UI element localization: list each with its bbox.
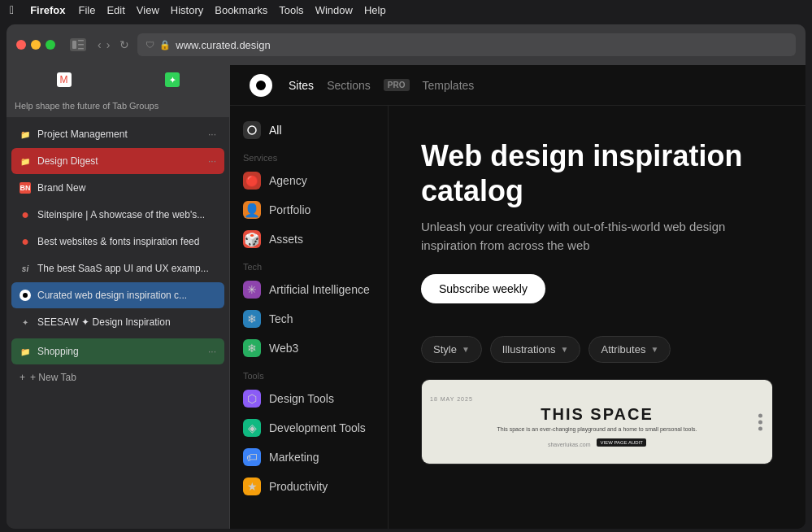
- browser-content: M ✦ Help shape the future of Tab Groups …: [7, 65, 805, 529]
- menu-tools[interactable]: Tools: [279, 4, 303, 16]
- nav-web3[interactable]: ❄ Web3: [230, 334, 388, 363]
- tab-favicon-project: 📁: [20, 129, 31, 140]
- tech-icon: ❄: [243, 310, 261, 328]
- svg-rect-1: [78, 40, 84, 41]
- nav-agency-label: Agency: [269, 174, 307, 187]
- menu-edit[interactable]: Edit: [106, 4, 124, 16]
- address-bar[interactable]: 🛡 🔒 www.curated.design: [137, 33, 796, 56]
- sidebar-tab-gmail[interactable]: M: [11, 68, 116, 91]
- nav-marketing[interactable]: 🏷 Marketing: [230, 443, 388, 472]
- nav-agency[interactable]: 🔴 Agency: [230, 166, 388, 195]
- preview-card[interactable]: 18 MAY 2025 THIS SPACE This space is an …: [421, 379, 773, 464]
- menu-window[interactable]: Window: [315, 4, 353, 16]
- filter-style[interactable]: Style ▼: [421, 336, 482, 363]
- nav-design-tools-label: Design Tools: [269, 392, 334, 405]
- tab-item-siteinspire[interactable]: ● Siteinspire | A showcase of the web's.…: [11, 202, 224, 228]
- tab-title-seesaw: SEESAW ✦ Design Inspiration: [37, 316, 216, 328]
- ai-icon: ✳: [243, 281, 261, 299]
- preview-dots: [758, 413, 762, 430]
- tab-group-shopping[interactable]: 📁 Shopping ···: [11, 338, 224, 364]
- tab-groups-notice[interactable]: Help shape the future of Tab Groups: [7, 94, 229, 117]
- new-tab-button[interactable]: + + New Tab: [7, 365, 229, 390]
- close-button[interactable]: [16, 40, 26, 50]
- app-name: Firefox: [30, 4, 65, 16]
- firefox-sidebar: M ✦ Help shape the future of Tab Groups …: [7, 65, 230, 529]
- new-tab-label: + New Tab: [30, 372, 76, 383]
- tab-item-project-management[interactable]: 📁 Project Management ···: [11, 121, 224, 147]
- browser-window: ‹ › ↻ 🛡 🔒 www.curated.design M ✦ Help sh…: [7, 24, 805, 529]
- tab-more-project[interactable]: ···: [208, 129, 216, 140]
- nav-dev-tools[interactable]: ◈ Development Tools: [230, 413, 388, 443]
- dot-3: [758, 426, 762, 430]
- nav-templates[interactable]: Templates: [423, 79, 475, 92]
- nav-ai-label: Artificial Intelligence: [269, 283, 370, 296]
- tab-item-curated[interactable]: Curated web design inspiration c... ✕: [11, 282, 224, 308]
- nav-design-tools[interactable]: ⬡ Design Tools: [230, 384, 388, 413]
- nav-sites[interactable]: Sites: [289, 79, 314, 92]
- nav-all[interactable]: All: [230, 116, 388, 145]
- apple-logo-icon: : [10, 3, 14, 16]
- preview-url: shaverlukas.com: [548, 442, 591, 447]
- nav-tech[interactable]: ❄ Tech: [230, 304, 388, 334]
- dev-tools-icon: ◈: [243, 419, 261, 437]
- back-button[interactable]: ‹: [98, 38, 102, 51]
- nav-arrows: ‹ ›: [98, 38, 110, 51]
- website-content: Sites Sections PRO Templates: [230, 65, 805, 529]
- website-body: All Services 🔴 Agency 👤 Portfolio 🎲 Asse…: [230, 106, 805, 529]
- nav-portfolio-label: Portfolio: [269, 203, 310, 216]
- tab-item-best-websites[interactable]: ● Best websites & fonts inspiration feed: [11, 229, 224, 255]
- pro-badge: PRO: [384, 79, 410, 91]
- menu-view[interactable]: View: [137, 4, 159, 16]
- nav-portfolio[interactable]: 👤 Portfolio: [230, 195, 388, 225]
- dot-1: [758, 413, 762, 417]
- filter-illustrations[interactable]: Illustrations ▼: [490, 336, 581, 363]
- web3-icon: ❄: [243, 339, 261, 357]
- tab-more-design[interactable]: ···: [208, 155, 216, 167]
- main-content: Web design inspiration catalog Unleash y…: [389, 106, 805, 529]
- svg-rect-3: [78, 48, 84, 50]
- filter-row: Style ▼ Illustrations ▼ Attributes ▼: [421, 336, 773, 363]
- shopping-folder-icon: 📁: [20, 346, 31, 357]
- shield-icon: 🛡: [145, 40, 154, 50]
- tab-title-siteinspire: Siteinspire | A showcase of the web's...: [37, 209, 216, 220]
- svg-rect-2: [78, 44, 84, 46]
- portfolio-icon: 👤: [243, 201, 261, 219]
- tab-favicon-bestwebsites: ●: [20, 236, 31, 247]
- new-tab-plus-icon: +: [20, 372, 25, 383]
- productivity-icon: ★: [243, 477, 261, 495]
- tab-item-brand-new[interactable]: BN Brand New: [11, 175, 224, 201]
- tab-more-shopping[interactable]: ···: [208, 346, 216, 357]
- nav-web3-label: Web3: [269, 342, 298, 355]
- nav-productivity[interactable]: ★ Productivity: [230, 472, 388, 501]
- menu-file[interactable]: File: [78, 4, 95, 16]
- minimize-button[interactable]: [31, 40, 41, 50]
- sidebar-toggle-button[interactable]: [70, 38, 86, 51]
- nav-ai[interactable]: ✳ Artificial Intelligence: [230, 275, 388, 304]
- macos-menubar:  Firefox File Edit View History Bookmar…: [0, 0, 812, 20]
- nav-assets-label: Assets: [269, 233, 303, 246]
- website-header: Sites Sections PRO Templates: [230, 65, 805, 106]
- agency-icon: 🔴: [243, 172, 261, 190]
- menu-bookmarks[interactable]: Bookmarks: [215, 4, 267, 16]
- fullscreen-button[interactable]: [46, 40, 55, 50]
- nav-assets[interactable]: 🎲 Assets: [230, 225, 388, 254]
- subscribe-button[interactable]: Subscribe weekly: [421, 274, 545, 303]
- left-nav-panel: All Services 🔴 Agency 👤 Portfolio 🎲 Asse…: [230, 106, 389, 529]
- preview-cta[interactable]: VIEW PAGE AUDIT: [597, 438, 646, 447]
- tab-title-project: Project Management: [37, 129, 202, 140]
- preview-inner: 18 MAY 2025 THIS SPACE This space is an …: [422, 380, 772, 464]
- address-text: www.curated.design: [176, 39, 270, 51]
- filter-illustrations-label: Illustrations: [502, 343, 556, 355]
- tab-item-seesaw[interactable]: ✦ SEESAW ✦ Design Inspiration: [11, 309, 224, 335]
- tab-item-saas[interactable]: si The best SaaS app UI and UX examp...: [11, 255, 224, 281]
- filter-attributes[interactable]: Attributes ▼: [588, 336, 671, 363]
- menu-history[interactable]: History: [171, 4, 203, 16]
- reload-button[interactable]: ↻: [119, 38, 129, 51]
- forward-button[interactable]: ›: [106, 38, 111, 51]
- nav-sections[interactable]: Sections: [327, 79, 371, 92]
- menu-help[interactable]: Help: [364, 4, 386, 16]
- header-nav: Sites Sections PRO Templates: [289, 79, 474, 92]
- sidebar-tab-green[interactable]: ✦: [119, 68, 224, 91]
- tab-item-design-digest[interactable]: 📁 Design Digest ···: [11, 148, 224, 174]
- design-tools-icon: ⬡: [243, 390, 261, 408]
